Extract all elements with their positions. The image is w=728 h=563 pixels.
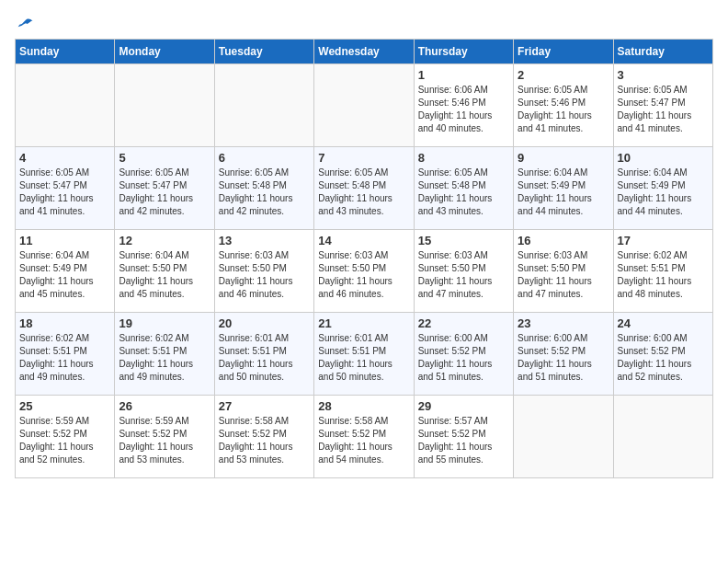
day-number: 23 bbox=[518, 316, 609, 330]
day-info: Sunrise: 6:03 AMSunset: 5:50 PMDaylight:… bbox=[318, 249, 409, 301]
day-info: Sunrise: 6:06 AMSunset: 5:46 PMDaylight:… bbox=[418, 84, 509, 135]
day-info: Sunrise: 5:59 AMSunset: 5:52 PMDaylight:… bbox=[19, 415, 110, 466]
day-number: 15 bbox=[418, 234, 509, 247]
day-info: Sunrise: 6:05 AMSunset: 5:47 PMDaylight:… bbox=[618, 84, 709, 135]
calendar-cell: 17Sunrise: 6:02 AMSunset: 5:51 PMDayligh… bbox=[613, 230, 712, 313]
day-info: Sunrise: 6:05 AMSunset: 5:46 PMDaylight:… bbox=[518, 84, 609, 135]
day-number: 22 bbox=[418, 316, 509, 330]
day-info: Sunrise: 6:04 AMSunset: 5:49 PMDaylight:… bbox=[19, 249, 110, 301]
calendar-header: SundayMondayTuesdayWednesdayThursdayFrid… bbox=[16, 40, 713, 64]
calendar-week-row: 1Sunrise: 6:06 AMSunset: 5:46 PMDaylight… bbox=[16, 64, 713, 147]
day-info: Sunrise: 6:03 AMSunset: 5:50 PMDaylight:… bbox=[518, 249, 609, 301]
calendar-cell: 14Sunrise: 6:03 AMSunset: 5:50 PMDayligh… bbox=[314, 230, 414, 313]
day-number: 12 bbox=[119, 234, 210, 247]
day-number: 14 bbox=[318, 234, 409, 247]
calendar-cell bbox=[115, 64, 214, 147]
calendar-cell: 12Sunrise: 6:04 AMSunset: 5:50 PMDayligh… bbox=[115, 230, 214, 313]
day-info: Sunrise: 6:03 AMSunset: 5:50 PMDaylight:… bbox=[418, 249, 509, 301]
calendar-week-row: 18Sunrise: 6:02 AMSunset: 5:51 PMDayligh… bbox=[16, 313, 713, 396]
calendar-cell: 4Sunrise: 6:05 AMSunset: 5:47 PMDaylight… bbox=[16, 147, 115, 230]
calendar-cell: 18Sunrise: 6:02 AMSunset: 5:51 PMDayligh… bbox=[16, 313, 115, 396]
day-info: Sunrise: 6:05 AMSunset: 5:47 PMDaylight:… bbox=[119, 167, 210, 218]
calendar-cell: 20Sunrise: 6:01 AMSunset: 5:51 PMDayligh… bbox=[214, 313, 313, 396]
calendar-week-row: 4Sunrise: 6:05 AMSunset: 5:47 PMDaylight… bbox=[16, 147, 713, 230]
calendar-cell: 19Sunrise: 6:02 AMSunset: 5:51 PMDayligh… bbox=[115, 313, 214, 396]
day-info: Sunrise: 5:59 AMSunset: 5:52 PMDaylight:… bbox=[119, 415, 210, 466]
day-number: 27 bbox=[219, 399, 310, 413]
calendar-cell: 5Sunrise: 6:05 AMSunset: 5:47 PMDaylight… bbox=[115, 147, 214, 230]
weekday-header-friday: Friday bbox=[514, 40, 613, 64]
day-number: 19 bbox=[119, 316, 210, 330]
weekday-header-wednesday: Wednesday bbox=[314, 40, 414, 64]
calendar-cell bbox=[214, 64, 313, 147]
calendar-cell: 24Sunrise: 6:00 AMSunset: 5:52 PMDayligh… bbox=[613, 313, 712, 396]
day-info: Sunrise: 6:05 AMSunset: 5:48 PMDaylight:… bbox=[318, 167, 409, 218]
calendar-table: SundayMondayTuesdayWednesdayThursdayFrid… bbox=[15, 39, 713, 478]
weekday-header-sunday: Sunday bbox=[16, 40, 115, 64]
calendar-body: 1Sunrise: 6:06 AMSunset: 5:46 PMDaylight… bbox=[16, 64, 713, 478]
calendar-cell: 16Sunrise: 6:03 AMSunset: 5:50 PMDayligh… bbox=[514, 230, 613, 313]
day-number: 9 bbox=[518, 151, 609, 165]
calendar-cell: 21Sunrise: 6:01 AMSunset: 5:51 PMDayligh… bbox=[314, 313, 414, 396]
calendar-cell bbox=[314, 64, 414, 147]
day-info: Sunrise: 5:57 AMSunset: 5:52 PMDaylight:… bbox=[418, 415, 509, 466]
day-info: Sunrise: 6:05 AMSunset: 5:48 PMDaylight:… bbox=[219, 167, 310, 218]
day-number: 1 bbox=[418, 68, 509, 82]
calendar-cell: 25Sunrise: 5:59 AMSunset: 5:52 PMDayligh… bbox=[16, 396, 115, 478]
day-info: Sunrise: 6:04 AMSunset: 5:49 PMDaylight:… bbox=[518, 167, 609, 218]
day-info: Sunrise: 6:00 AMSunset: 5:52 PMDaylight:… bbox=[618, 332, 709, 384]
calendar-cell: 2Sunrise: 6:05 AMSunset: 5:46 PMDaylight… bbox=[514, 64, 613, 147]
day-number: 6 bbox=[219, 151, 310, 165]
day-number: 21 bbox=[318, 316, 409, 330]
day-number: 17 bbox=[618, 234, 709, 247]
day-info: Sunrise: 5:58 AMSunset: 5:52 PMDaylight:… bbox=[219, 415, 310, 466]
calendar-week-row: 25Sunrise: 5:59 AMSunset: 5:52 PMDayligh… bbox=[16, 396, 713, 478]
calendar-cell: 23Sunrise: 6:00 AMSunset: 5:52 PMDayligh… bbox=[514, 313, 613, 396]
day-number: 25 bbox=[19, 399, 110, 413]
day-info: Sunrise: 6:02 AMSunset: 5:51 PMDaylight:… bbox=[119, 332, 210, 384]
day-number: 2 bbox=[518, 68, 609, 82]
day-number: 3 bbox=[618, 68, 709, 82]
weekday-header-tuesday: Tuesday bbox=[214, 40, 313, 64]
calendar-week-row: 11Sunrise: 6:04 AMSunset: 5:49 PMDayligh… bbox=[16, 230, 713, 313]
calendar-cell: 10Sunrise: 6:04 AMSunset: 5:49 PMDayligh… bbox=[613, 147, 712, 230]
logo bbox=[15, 15, 35, 29]
calendar-cell: 28Sunrise: 5:58 AMSunset: 5:52 PMDayligh… bbox=[314, 396, 414, 478]
day-info: Sunrise: 6:05 AMSunset: 5:48 PMDaylight:… bbox=[418, 167, 509, 218]
day-info: Sunrise: 6:05 AMSunset: 5:47 PMDaylight:… bbox=[19, 167, 110, 218]
day-number: 8 bbox=[418, 151, 509, 165]
day-number: 26 bbox=[119, 399, 210, 413]
day-info: Sunrise: 6:03 AMSunset: 5:50 PMDaylight:… bbox=[219, 249, 310, 301]
calendar-cell: 1Sunrise: 6:06 AMSunset: 5:46 PMDaylight… bbox=[414, 64, 513, 147]
day-info: Sunrise: 6:00 AMSunset: 5:52 PMDaylight:… bbox=[418, 332, 509, 384]
weekday-header-saturday: Saturday bbox=[613, 40, 712, 64]
day-number: 7 bbox=[318, 151, 409, 165]
day-number: 10 bbox=[618, 151, 709, 165]
calendar-cell: 29Sunrise: 5:57 AMSunset: 5:52 PMDayligh… bbox=[414, 396, 513, 478]
day-number: 18 bbox=[19, 316, 110, 330]
day-info: Sunrise: 6:02 AMSunset: 5:51 PMDaylight:… bbox=[19, 332, 110, 384]
day-number: 29 bbox=[418, 399, 509, 413]
calendar-cell: 13Sunrise: 6:03 AMSunset: 5:50 PMDayligh… bbox=[214, 230, 313, 313]
calendar-cell: 3Sunrise: 6:05 AMSunset: 5:47 PMDaylight… bbox=[613, 64, 712, 147]
day-info: Sunrise: 6:01 AMSunset: 5:51 PMDaylight:… bbox=[219, 332, 310, 384]
day-number: 11 bbox=[19, 234, 110, 247]
calendar-cell: 6Sunrise: 6:05 AMSunset: 5:48 PMDaylight… bbox=[214, 147, 313, 230]
day-info: Sunrise: 6:02 AMSunset: 5:51 PMDaylight:… bbox=[618, 249, 709, 301]
calendar-cell: 7Sunrise: 6:05 AMSunset: 5:48 PMDaylight… bbox=[314, 147, 414, 230]
calendar-cell: 15Sunrise: 6:03 AMSunset: 5:50 PMDayligh… bbox=[414, 230, 513, 313]
logo-bird-icon bbox=[17, 15, 35, 33]
day-number: 16 bbox=[518, 234, 609, 247]
calendar-cell: 22Sunrise: 6:00 AMSunset: 5:52 PMDayligh… bbox=[414, 313, 513, 396]
day-number: 24 bbox=[618, 316, 709, 330]
calendar-cell bbox=[613, 396, 712, 478]
day-info: Sunrise: 6:01 AMSunset: 5:51 PMDaylight:… bbox=[318, 332, 409, 384]
calendar-cell bbox=[16, 64, 115, 147]
calendar-cell bbox=[514, 396, 613, 478]
page-header bbox=[15, 15, 713, 29]
calendar-cell: 9Sunrise: 6:04 AMSunset: 5:49 PMDaylight… bbox=[514, 147, 613, 230]
day-number: 4 bbox=[19, 151, 110, 165]
day-number: 28 bbox=[318, 399, 409, 413]
day-info: Sunrise: 6:00 AMSunset: 5:52 PMDaylight:… bbox=[518, 332, 609, 384]
weekday-header-thursday: Thursday bbox=[414, 40, 513, 64]
